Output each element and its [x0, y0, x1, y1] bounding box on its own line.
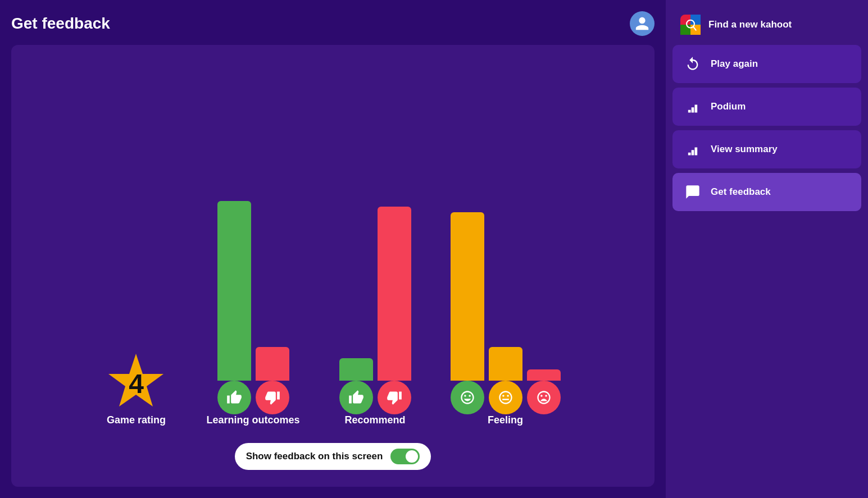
sidebar-podium-label: Podium [711, 101, 746, 112]
show-feedback-toggle-row[interactable]: Show feedback on this screen [235, 443, 431, 470]
thumbs-down-recommend-icon [378, 381, 411, 414]
page-title: Get feedback [11, 15, 110, 33]
svg-rect-2 [690, 15, 701, 25]
toggle-label: Show feedback on this screen [246, 451, 383, 462]
learning-outcomes-column: Learning outcomes [206, 201, 299, 426]
learning-yes-bar [217, 201, 251, 381]
thumbs-down-icon-learning [256, 381, 289, 414]
thumbs-up-recommend-icon [339, 381, 373, 414]
recommend-no-bar [378, 207, 411, 381]
play-again-icon [683, 54, 703, 74]
page-header: Get feedback [11, 11, 655, 36]
feeling-neutral-bar [489, 347, 522, 381]
learning-outcomes-label: Learning outcomes [206, 414, 299, 426]
podium-icon [683, 97, 703, 117]
game-rating-badge: 4 [105, 353, 167, 414]
svg-rect-4 [680, 25, 690, 35]
feeling-sad-bar [527, 369, 561, 381]
game-rating-column: 4 Game rating [105, 353, 167, 426]
sidebar-item-get-feedback[interactable]: Get feedback [672, 173, 861, 211]
recommend-bars [339, 207, 411, 381]
recommend-label: Recommend [345, 414, 406, 426]
feeling-label: Feeling [488, 414, 523, 426]
feeling-icons [451, 381, 561, 414]
recommend-column: Recommend [339, 207, 411, 426]
recommend-yes-bar [339, 358, 373, 381]
thumbs-up-icon [217, 381, 251, 414]
sidebar-item-view-summary[interactable]: View summary [672, 130, 861, 168]
chart-area: 4 Game rating [105, 62, 560, 426]
sidebar-play-again-label: Play again [711, 58, 758, 70]
kahoot-logo-icon [680, 15, 701, 35]
main-content: Get feedback 4 Game rating [0, 0, 666, 498]
feedback-toggle[interactable] [390, 449, 420, 464]
learning-no-bar [256, 347, 289, 381]
feedback-icon [683, 182, 703, 202]
game-rating-value: 4 [129, 368, 144, 399]
sidebar-get-feedback-label: Get feedback [711, 186, 771, 198]
sidebar: Find a new kahoot Play again Podium View… [666, 0, 868, 498]
feeling-happy-bar [451, 212, 484, 381]
sad-face-icon [527, 381, 561, 414]
recommend-icons [339, 381, 411, 414]
sidebar-find-kahoot-label: Find a new kahoot [708, 19, 792, 30]
user-avatar[interactable] [630, 11, 655, 36]
summary-icon [683, 139, 703, 159]
feeling-bars [451, 212, 561, 381]
sidebar-item-find-kahoot[interactable]: Find a new kahoot [672, 9, 861, 40]
happy-face-icon [451, 381, 484, 414]
feedback-panel: 4 Game rating [11, 45, 655, 487]
sidebar-view-summary-label: View summary [711, 144, 778, 155]
neutral-face-icon [489, 381, 522, 414]
bottom-section: Show feedback on this screen [235, 437, 431, 470]
feeling-column: Feeling [451, 212, 561, 426]
game-rating-label: Game rating [107, 414, 166, 426]
learning-icons [217, 381, 289, 414]
learning-bars [217, 201, 289, 381]
sidebar-item-podium[interactable]: Podium [672, 88, 861, 126]
sidebar-item-play-again[interactable]: Play again [672, 45, 861, 83]
